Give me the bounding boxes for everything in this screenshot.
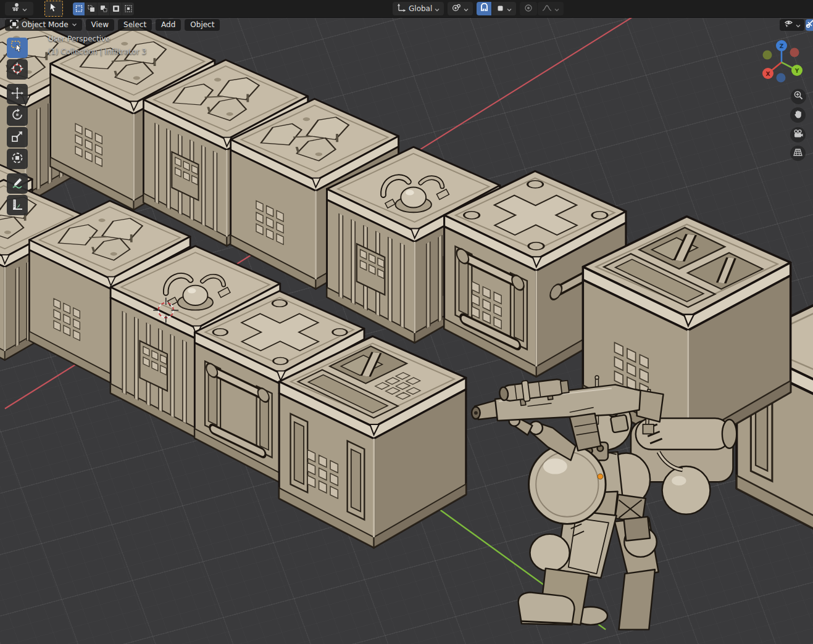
orientation-axes-icon: [397, 3, 406, 15]
menu-view[interactable]: View: [86, 19, 114, 31]
camera-view-icon: [793, 129, 803, 141]
3d-scene[interactable]: [0, 17, 813, 644]
editor-type-button[interactable]: [5, 2, 33, 15]
measure-icon: [10, 197, 24, 213]
zoom-button[interactable]: [791, 89, 806, 104]
visibility-eye-icon: [783, 19, 794, 31]
pivot-point-icon: [452, 3, 461, 15]
camera-view-button[interactable]: [790, 127, 806, 142]
chevron-down-icon: [72, 20, 77, 29]
transform-orientation-dropdown[interactable]: Global: [393, 2, 444, 15]
active-tool-button[interactable]: [44, 1, 63, 17]
svg-text:X: X: [766, 71, 770, 77]
menu-label: Select: [123, 20, 146, 29]
tool-measure[interactable]: [7, 195, 28, 215]
select-mode-group: [73, 2, 134, 15]
select-mode-invert-icon: [112, 3, 120, 15]
toolbar: [7, 38, 28, 215]
gizmo-axis-neg-z[interactable]: [777, 73, 786, 83]
select-mode-new-icon: [75, 3, 83, 15]
gizmo-axis-neg-y[interactable]: [763, 51, 772, 60]
tool-transform[interactable]: [7, 149, 28, 169]
snap-target-dropdown[interactable]: [492, 2, 516, 15]
chevron-down-icon: [507, 3, 512, 15]
visibility-dropdown[interactable]: [780, 19, 804, 31]
select-mode-extend-button[interactable]: [85, 2, 98, 15]
select-mode-extend-icon: [88, 3, 95, 15]
scale-icon: [10, 130, 24, 146]
chevron-down-icon: [22, 3, 27, 15]
pan-hand-icon: [793, 109, 803, 122]
tool-select-box[interactable]: [7, 38, 28, 58]
menu-label: View: [91, 20, 109, 29]
tool-move[interactable]: [7, 84, 28, 104]
menu-object[interactable]: Object: [185, 19, 220, 31]
crate-front-5-hatch[interactable]: [279, 336, 466, 548]
rotate-icon: [10, 108, 24, 124]
tool-cursor[interactable]: [7, 59, 28, 80]
editor-type-icon: [11, 2, 21, 15]
chevron-down-icon: [464, 3, 469, 15]
menu-select[interactable]: Select: [118, 19, 152, 31]
mode-dropdown[interactable]: Object Mode: [5, 19, 82, 31]
object-mode-icon: [10, 20, 19, 30]
gizmo-axis-z[interactable]: Z: [776, 40, 787, 51]
topbar: Global: [0, 0, 813, 18]
proportional-editing-icon: [524, 3, 533, 15]
select-mode-subtract-button[interactable]: [98, 2, 110, 15]
select-mode-intersect-button[interactable]: [122, 2, 134, 15]
svg-text:Y: Y: [794, 68, 799, 74]
chevron-down-icon: [435, 3, 440, 15]
tool-rotate[interactable]: [7, 105, 28, 126]
snap-toggle-button[interactable]: [477, 2, 491, 15]
zoom-in-icon: [793, 90, 804, 103]
falloff-curve-icon: [542, 3, 552, 15]
orthographic-toggle-button[interactable]: [790, 146, 806, 161]
menu-label: Add: [161, 20, 175, 29]
orientation-value: Global: [409, 4, 432, 13]
blender-window: Global: [0, 0, 813, 644]
falloff-dropdown[interactable]: [538, 2, 564, 15]
chevron-down-icon: [796, 19, 801, 31]
transform-icon: [10, 151, 24, 167]
chevron-down-icon: [554, 3, 559, 15]
svg-text:Z: Z: [780, 43, 784, 49]
pivot-point-dropdown[interactable]: [448, 2, 473, 15]
cursor-3d-icon: [10, 62, 24, 78]
mode-label: Object Mode: [22, 20, 69, 29]
move-icon: [10, 86, 24, 102]
box-select-tool-icon: [45, 4, 60, 16]
select-mode-intersect-icon: [125, 3, 132, 15]
tool-annotate[interactable]: [7, 173, 28, 194]
viewport-3d[interactable]: Object Mode View Select Add Object: [0, 17, 813, 644]
select-mode-subtract-icon: [100, 3, 107, 15]
xray-toggle-icon: [806, 19, 813, 31]
select-mode-new-button[interactable]: [73, 2, 85, 15]
annotate-icon: [10, 176, 24, 192]
select-mode-invert-button[interactable]: [110, 2, 122, 15]
menu-label: Object: [190, 20, 214, 29]
orthographic-grid-icon: [793, 147, 803, 160]
snap-magnet-icon: [480, 3, 489, 15]
pan-button[interactable]: [790, 107, 806, 123]
gizmo-axis-y[interactable]: Y: [791, 65, 803, 76]
axis-gizmo[interactable]: Z X Y: [754, 35, 809, 93]
viewport-header: Object Mode View Select Add Object: [5, 19, 813, 31]
origin-point: [598, 474, 603, 479]
xray-toggle-button[interactable]: [806, 19, 813, 31]
gizmo-axis-neg-x[interactable]: [790, 48, 799, 57]
select-box-icon: [10, 40, 24, 56]
proportional-editing-toggle[interactable]: [520, 2, 537, 15]
menu-add[interactable]: Add: [156, 19, 181, 31]
gizmo-axis-x[interactable]: X: [762, 68, 773, 79]
snap-target-icon: [496, 3, 504, 15]
tool-scale[interactable]: [7, 127, 28, 147]
